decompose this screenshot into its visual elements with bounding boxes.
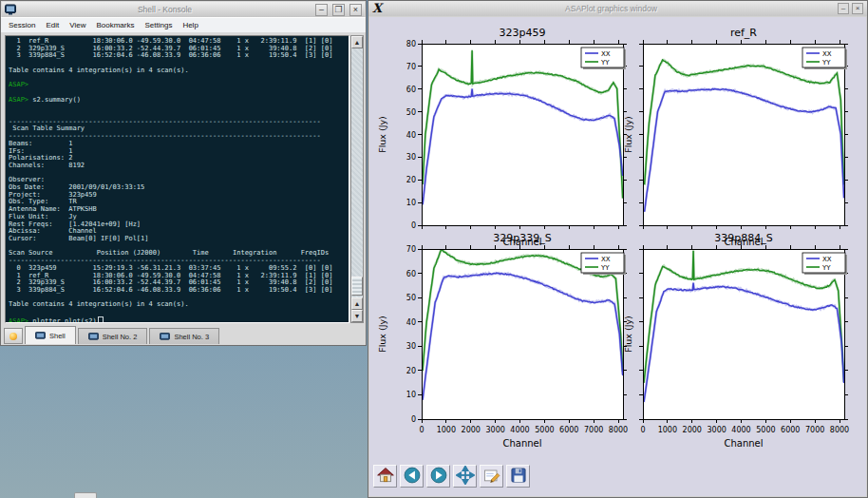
save-button[interactable] [506, 465, 530, 488]
scroll-up-icon[interactable]: ▲ [351, 36, 363, 48]
terminal-screen[interactable]: 1 ref_R 18:30:06.0 -49.59.30.0 04:47:58 … [5, 35, 349, 323]
subplot-339p884_S: 010002000300040005000600070008000339p884… [623, 232, 849, 449]
svg-text:3000: 3000 [707, 426, 726, 434]
svg-text:40: 40 [406, 318, 416, 327]
menu-item-help[interactable]: Help [182, 21, 198, 29]
close-icon[interactable]: × [349, 4, 362, 16]
svg-text:1000: 1000 [437, 426, 456, 434]
svg-text:4000: 4000 [731, 426, 750, 434]
terminal-scrollbar[interactable]: ▲ ▲ ▼ [350, 35, 364, 323]
terminal-line: 3 339p884_S 16:52:04.6 -46.08.33.9 06:36… [9, 287, 349, 295]
back-icon [403, 466, 422, 488]
minimize-icon[interactable]: – [838, 3, 849, 14]
x-axis-label: Channel [502, 438, 541, 449]
forward-icon [429, 466, 448, 488]
terminal-line: ASAP> s2.summary() [9, 97, 349, 105]
svg-text:60: 60 [406, 270, 416, 278]
x-axis-label: Channel [724, 438, 763, 449]
save-icon [509, 466, 528, 488]
plot-canvas: Channel01020304050607080323p459Flux (Jy)… [369, 17, 866, 454]
pan-button[interactable] [453, 465, 477, 488]
svg-text:50: 50 [406, 108, 416, 117]
legend-label-YY: YY [821, 264, 831, 272]
home-button[interactable] [373, 465, 397, 488]
terminal-line: Channels: 8192 [9, 163, 349, 170]
svg-text:3000: 3000 [485, 426, 504, 434]
scrollbar-thumb[interactable] [351, 277, 363, 296]
tab-shell-no-3[interactable]: Shell No. 3 [149, 328, 219, 344]
konsole-app-icon [5, 4, 16, 15]
new-session-icon [9, 333, 17, 340]
svg-text:5000: 5000 [756, 426, 775, 434]
svg-text:30: 30 [406, 342, 416, 351]
legend-label-YY: YY [821, 59, 831, 67]
svg-text:0: 0 [419, 426, 424, 434]
legend: XXYY [802, 48, 847, 69]
subplot-329p339_S: 0100020003000400050006000700080000102030… [377, 232, 628, 449]
window-title: Shell - Konsole [19, 5, 311, 14]
svg-text:1000: 1000 [658, 426, 677, 434]
svg-text:10: 10 [406, 391, 416, 399]
menu-item-edit[interactable]: Edit [46, 21, 59, 29]
legend: XXYY [581, 253, 626, 275]
menu-item-settings[interactable]: Settings [144, 21, 172, 29]
terminal-line: 3 339p884_S 16:52:04.6 -46.08.33.9 06:36… [9, 52, 349, 60]
terminal-text: 1 ref_R 18:30:06.0 -49.59.30.0 04:47:58 … [6, 36, 349, 323]
asaplot-window: X ASAPlot graphics window – × Channel010… [368, 0, 868, 498]
svg-text:10: 10 [406, 199, 416, 207]
svg-text:8000: 8000 [609, 426, 628, 434]
y-axis-label: Flux (Jy) [623, 116, 633, 153]
konsole-window: Shell - Konsole – ❐ × SessionEditViewBoo… [0, 0, 367, 346]
subplot-title: ref_R [730, 27, 757, 39]
terminal-line: ASAP> [9, 82, 349, 89]
terminal-line: Table contains 4 integration(s) in 4 sca… [9, 301, 349, 309]
asaplot-titlebar[interactable]: X ASAPlot graphics window – × [368, 1, 867, 16]
x11-icon: X [372, 2, 387, 15]
svg-text:0: 0 [411, 415, 416, 424]
taskbar-notch [74, 492, 97, 498]
svg-text:0: 0 [640, 426, 645, 434]
tab-bar: ShellShell No. 2Shell No. 3 [4, 325, 219, 344]
scroll-down-icon[interactable]: ▼ [351, 310, 363, 322]
y-axis-label: Flux (Jy) [623, 316, 633, 353]
terminal-line: Table contains 4 integration(s) in 4 sca… [9, 67, 349, 75]
svg-text:40: 40 [406, 131, 416, 140]
back-button[interactable] [400, 465, 424, 488]
tab-shell[interactable]: Shell [25, 326, 76, 344]
legend-label-XX: XX [601, 256, 611, 263]
new-tab-button[interactable] [4, 328, 23, 344]
close-icon[interactable]: × [852, 3, 863, 14]
forward-button[interactable] [426, 465, 450, 488]
svg-text:2000: 2000 [683, 426, 702, 434]
terminal-line [9, 309, 349, 316]
home-icon [376, 466, 395, 488]
minimize-icon[interactable]: – [315, 4, 328, 16]
terminal-line [9, 75, 349, 83]
figure-area: Channel01020304050607080323p459Flux (Jy)… [369, 17, 866, 496]
svg-text:7000: 7000 [805, 426, 824, 434]
svg-text:7000: 7000 [584, 426, 603, 434]
menu-item-session[interactable]: Session [9, 21, 35, 29]
plot-toolbar [373, 465, 530, 488]
configure-subplots-button[interactable] [480, 465, 503, 488]
scroll-up2-icon[interactable]: ▲ [351, 297, 363, 310]
legend: XXYY [802, 253, 847, 275]
legend-label-XX: XX [601, 50, 611, 58]
legend-label-YY: YY [600, 264, 610, 272]
subplot-323p459: Channel01020304050607080323p459Flux (Jy)… [377, 27, 627, 247]
svg-text:20: 20 [406, 367, 416, 375]
maximize-icon[interactable]: ❐ [332, 4, 345, 16]
menu-bar: SessionEditViewBookmarksSettingsHelp [1, 17, 366, 32]
konsole-titlebar[interactable]: Shell - Konsole – ❐ × [2, 2, 365, 17]
subplot-title: 323p459 [500, 27, 546, 39]
menu-item-view[interactable]: View [69, 21, 85, 29]
svg-text:30: 30 [406, 153, 416, 162]
svg-text:6000: 6000 [559, 426, 578, 434]
legend: XXYY [581, 48, 626, 69]
svg-text:60: 60 [406, 86, 416, 94]
tab-shell-no-2[interactable]: Shell No. 2 [78, 328, 148, 344]
subplot-ref_R: Channelref_RFlux (Jy)XXYY [623, 27, 848, 247]
svg-text:20: 20 [406, 176, 416, 184]
menu-item-bookmarks[interactable]: Bookmarks [96, 21, 134, 29]
window-title: ASAPlot graphics window [387, 4, 835, 13]
